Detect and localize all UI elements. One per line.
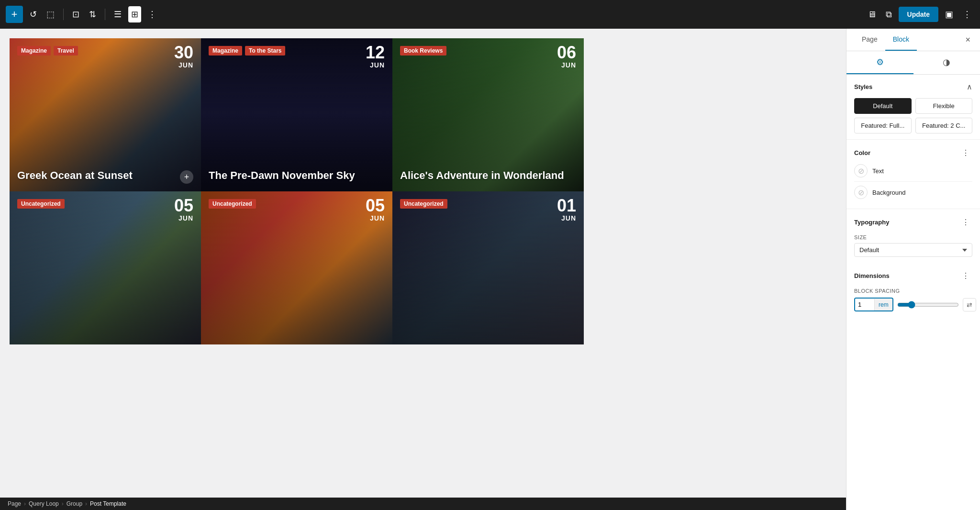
card-month: JUN <box>366 214 385 222</box>
card-overlay <box>392 38 584 191</box>
list-item[interactable]: Uncategorized 05 JUN <box>201 191 392 344</box>
undo-icon: ↺ <box>30 9 37 20</box>
color-section-title: Color <box>854 149 870 156</box>
add-block-button[interactable]: + <box>6 6 23 23</box>
typography-section-title: Typography <box>854 219 889 226</box>
card-overlay <box>201 38 392 191</box>
style-flexible-button[interactable]: Flexible <box>915 98 973 114</box>
card-date: 01 JUN <box>557 197 576 222</box>
card-add-button[interactable]: + <box>180 170 193 184</box>
card-overlay <box>10 38 201 191</box>
list-icon: ☰ <box>114 9 122 20</box>
size-select[interactable]: Default Small Medium Large <box>854 243 972 257</box>
card-title: The Pre-Dawn November Sky <box>209 169 385 182</box>
tag-magazine: Magazine <box>209 46 242 55</box>
spacing-input-wrap: rem <box>854 298 893 311</box>
tag-uncategorized: Uncategorized <box>400 199 447 209</box>
spacing-input[interactable] <box>855 299 874 310</box>
external-link-button[interactable]: ⧉ <box>883 7 895 22</box>
breadcrumb-group[interactable]: Group <box>67 500 82 507</box>
typography-more-button[interactable]: ⋮ <box>959 217 972 228</box>
grid-view-button[interactable]: ⊞ <box>128 6 141 22</box>
style-default-button[interactable]: Default <box>854 98 912 114</box>
close-sidebar-button[interactable]: × <box>963 33 972 47</box>
card-month: JUN <box>557 61 576 69</box>
toolbar-separator-2 <box>105 9 105 20</box>
spacing-extra-button[interactable]: ⇄ <box>963 298 976 311</box>
breadcrumb: Page › Query Loop › Group › Post Templat… <box>0 498 846 510</box>
external-link-icon: ⧉ <box>886 10 892 20</box>
desktop-icon: 🖥 <box>868 10 876 20</box>
card-day: 12 <box>366 44 385 61</box>
list-item[interactable]: Uncategorized 05 JUN <box>10 191 201 344</box>
typography-section-header[interactable]: Typography ⋮ <box>854 215 972 230</box>
breadcrumb-sep-3: › <box>85 500 87 507</box>
background-color-indicator[interactable]: ⊘ <box>854 186 868 199</box>
dimensions-section-title: Dimensions <box>854 272 890 279</box>
card-tags: Magazine To the Stars <box>209 46 285 55</box>
spacing-unit[interactable]: rem <box>874 299 892 310</box>
card-month: JUN <box>557 214 576 222</box>
toolbar: + ↺ ⬚ ⊡ ⇅ ☰ ⊞ ⋮ 🖥 ⧉ Update <box>0 0 980 29</box>
list-view-button[interactable]: ☰ <box>111 6 124 22</box>
tag-uncategorized: Uncategorized <box>17 199 65 209</box>
card-date: 30 JUN <box>174 44 193 69</box>
tag-book-reviews: Book Reviews <box>400 46 446 55</box>
arrows-button[interactable]: ⇅ <box>86 6 99 22</box>
text-color-indicator[interactable]: ⊘ <box>854 164 868 177</box>
background-color-label: Background <box>872 189 905 196</box>
breadcrumb-query-loop[interactable]: Query Loop <box>29 500 59 507</box>
tag-to-the-stars: To the Stars <box>245 46 285 55</box>
tag-travel: Travel <box>54 46 78 55</box>
more-options-button[interactable]: ⋮ <box>145 6 159 22</box>
color-section-header[interactable]: Color ⋮ <box>854 145 972 160</box>
card-tags: Uncategorized <box>400 199 447 209</box>
card-date: 05 JUN <box>174 197 193 222</box>
tools-button[interactable]: ⬚ <box>44 6 57 22</box>
list-item[interactable]: Book Reviews 06 JUN Alice's Adventure in… <box>392 38 584 191</box>
layout-button[interactable]: ⊡ <box>69 6 82 22</box>
style-featured-full-button[interactable]: Featured: Full... <box>854 118 912 133</box>
settings-icon-tab[interactable]: ⚙ <box>846 51 913 74</box>
dimensions-more-button[interactable]: ⋮ <box>959 270 972 281</box>
desktop-view-button[interactable]: 🖥 <box>865 7 879 22</box>
tag-uncategorized: Uncategorized <box>209 199 256 209</box>
styles-section-header[interactable]: Styles ∧ <box>854 80 972 93</box>
styles-section: Styles ∧ Default Flexible Featured: Full… <box>846 75 980 140</box>
card-month: JUN <box>174 214 193 222</box>
update-button[interactable]: Update <box>899 7 938 22</box>
no-color-icon: ⊘ <box>858 188 864 197</box>
no-color-icon: ⊘ <box>858 166 864 176</box>
undo-button[interactable]: ↺ <box>27 6 40 22</box>
tab-page[interactable]: Page <box>854 29 885 51</box>
settings-more-button[interactable]: ⋮ <box>960 6 974 22</box>
list-item[interactable]: Magazine To the Stars 12 JUN The Pre-Daw… <box>201 38 392 191</box>
ellipsis-icon: ⋮ <box>963 9 971 20</box>
spacing-slider[interactable] <box>897 301 959 309</box>
main-layout: Magazine Travel 30 JUN Greek Ocean at Su… <box>0 29 980 510</box>
breadcrumb-post-template[interactable]: Post Template <box>90 500 126 507</box>
card-tags: Uncategorized <box>17 199 65 209</box>
color-more-button[interactable]: ⋮ <box>959 147 972 158</box>
breadcrumb-sep-2: › <box>62 500 64 507</box>
layout-icon: ⊡ <box>72 9 79 20</box>
block-spacing-label: BLOCK SPACING <box>854 288 972 294</box>
breadcrumb-page[interactable]: Page <box>8 500 21 507</box>
card-day: 05 <box>366 197 385 214</box>
text-color-label: Text <box>872 167 884 175</box>
card-day: 06 <box>557 44 576 61</box>
sidebar-tabs: Page Block <box>854 29 917 51</box>
dimensions-section-header[interactable]: Dimensions ⋮ <box>854 268 972 283</box>
style-featured-2c-button[interactable]: Featured: 2 C... <box>915 118 973 133</box>
list-item[interactable]: Magazine Travel 30 JUN Greek Ocean at Su… <box>10 38 201 191</box>
styles-icon-tab[interactable]: ◑ <box>913 51 980 74</box>
sidebar-toggle-button[interactable]: ▣ <box>942 6 956 22</box>
settings-icon: ⚙ <box>876 57 884 67</box>
more-icon: ⋮ <box>148 9 156 20</box>
card-day: 05 <box>174 197 193 214</box>
spacing-control: rem ⇄ <box>854 298 972 311</box>
typography-size-control: SIZE Default Small Medium Large <box>854 234 972 257</box>
list-item[interactable]: Uncategorized 01 JUN <box>392 191 584 344</box>
styles-grid: Default Flexible Featured: Full... Featu… <box>854 98 972 133</box>
tab-block[interactable]: Block <box>885 29 917 51</box>
